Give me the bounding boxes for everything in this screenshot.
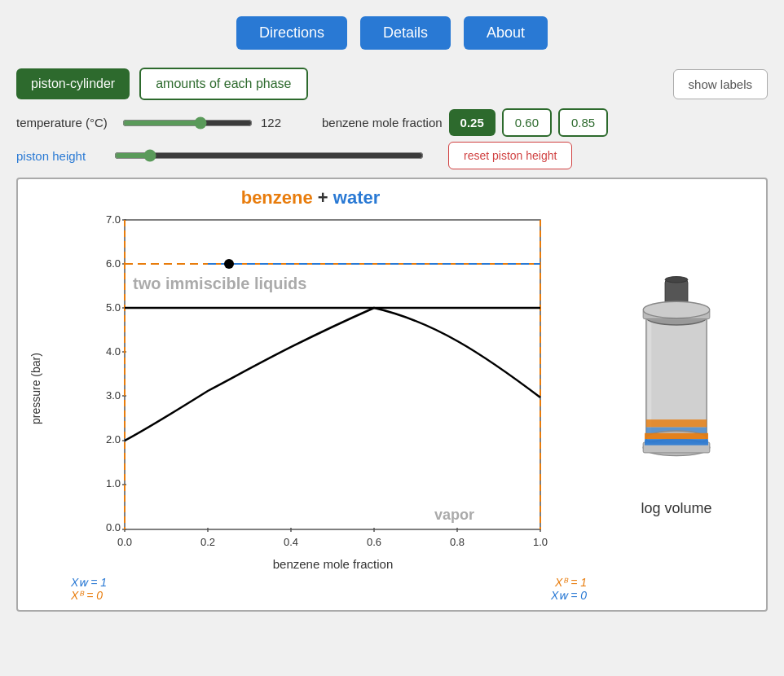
- piston-cylinder-button[interactable]: piston-cylinder: [16, 68, 130, 99]
- show-labels-button[interactable]: show labels: [673, 69, 768, 99]
- svg-text:5.0: 5.0: [106, 301, 121, 314]
- svg-text:vapor: vapor: [434, 507, 474, 523]
- header-nav: Directions Details About: [8, 8, 776, 63]
- controls-row-1: piston-cylinder amounts of each phase sh…: [8, 63, 776, 105]
- cylinder-svg: [619, 272, 733, 484]
- cylinder-area: log volume: [595, 187, 758, 602]
- chart-svg: 7.0 6.0 5.0 4.0 3.0 2.0 1.0 0.0: [46, 212, 595, 562]
- title-benzene: benzene: [241, 187, 313, 208]
- svg-text:3.0: 3.0: [106, 389, 121, 402]
- svg-text:0.6: 0.6: [367, 536, 381, 548]
- svg-text:0.2: 0.2: [200, 536, 215, 548]
- chart-title: benzene + water: [26, 187, 595, 209]
- svg-text:4.0: 4.0: [106, 345, 121, 358]
- svg-point-36: [224, 259, 234, 269]
- svg-rect-0: [125, 220, 540, 529]
- temperature-value: 122: [261, 116, 289, 129]
- benzene-value-2[interactable]: 0.85: [558, 108, 608, 137]
- benzene-mole-section: benzene mole fraction 0.25 0.60 0.85: [322, 108, 608, 137]
- reset-piston-button[interactable]: reset piston height: [448, 142, 572, 169]
- chart-svg-wrap: 7.0 6.0 5.0 4.0 3.0 2.0 1.0 0.0: [46, 212, 595, 565]
- bottom-left: Xᴡ = 1 Xᴮ = 0: [71, 576, 107, 602]
- xw-0: Xᴡ = 0: [551, 589, 587, 602]
- benzene-value-1[interactable]: 0.60: [502, 108, 552, 137]
- xb-1: Xᴮ = 1: [551, 576, 587, 589]
- svg-text:7.0: 7.0: [106, 213, 121, 226]
- piston-label: piston height: [16, 149, 106, 163]
- bottom-annotations: Xᴡ = 1 Xᴮ = 0 Xᴮ = 1 Xᴡ = 0: [26, 574, 595, 602]
- svg-text:1.0: 1.0: [533, 536, 548, 548]
- main-content: benzene + water pressure (bar): [16, 178, 768, 612]
- benzene-mole-label: benzene mole fraction: [322, 116, 443, 129]
- about-button[interactable]: About: [464, 16, 548, 50]
- cylinder-label: log volume: [641, 500, 711, 517]
- svg-rect-52: [645, 433, 708, 439]
- svg-text:2.0: 2.0: [106, 433, 121, 446]
- svg-text:0.0: 0.0: [117, 536, 132, 548]
- details-button[interactable]: Details: [360, 16, 451, 50]
- svg-text:0.8: 0.8: [450, 536, 465, 548]
- xb-0: Xᴮ = 0: [71, 589, 107, 602]
- y-axis-label: pressure (bar): [26, 212, 46, 565]
- title-plus: +: [318, 187, 333, 208]
- svg-point-45: [665, 277, 688, 283]
- svg-text:6.0: 6.0: [106, 257, 121, 270]
- svg-rect-53: [645, 439, 708, 445]
- bottom-right: Xᴮ = 1 Xᴡ = 0: [551, 576, 587, 602]
- piston-row: piston height reset piston height: [8, 138, 776, 178]
- svg-text:1.0: 1.0: [106, 477, 121, 489]
- svg-rect-42: [646, 419, 707, 427]
- temperature-slider[interactable]: [122, 116, 253, 129]
- temperature-row: temperature (°C) 122 benzene mole fracti…: [8, 105, 776, 138]
- svg-text:0.0: 0.0: [106, 521, 121, 533]
- chart-area: benzene + water pressure (bar): [26, 187, 595, 602]
- benzene-value-0[interactable]: 0.25: [449, 109, 496, 136]
- title-water: water: [333, 187, 380, 208]
- directions-button[interactable]: Directions: [236, 16, 347, 50]
- svg-text:two immiscible liquids: two immiscible liquids: [133, 274, 306, 292]
- piston-slider[interactable]: [114, 149, 424, 162]
- xw-1: Xᴡ = 1: [71, 576, 107, 589]
- svg-text:0.4: 0.4: [284, 536, 298, 548]
- temperature-label: temperature (°C): [16, 116, 114, 129]
- amounts-button[interactable]: amounts of each phase: [139, 68, 307, 100]
- chart-container: pressure (bar) 7.0: [26, 212, 595, 565]
- svg-point-49: [643, 301, 710, 318]
